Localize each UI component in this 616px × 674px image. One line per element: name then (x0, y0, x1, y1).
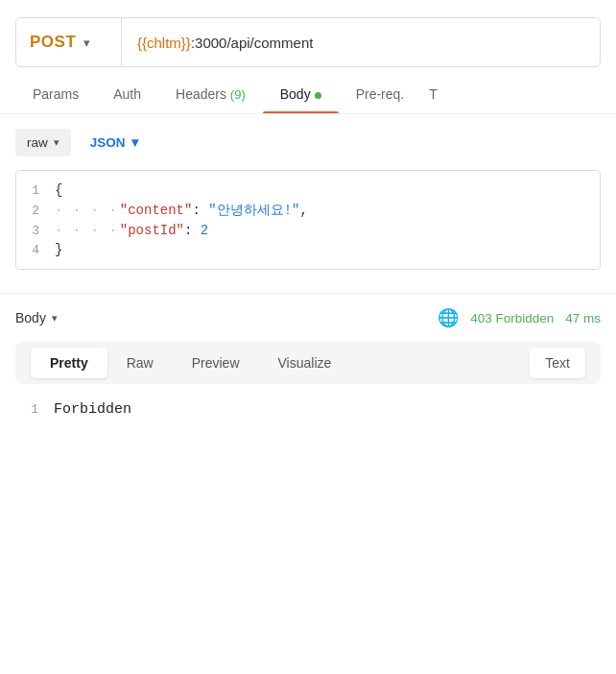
tab-pre-req[interactable]: Pre-req. (339, 73, 422, 113)
raw-chevron-icon: ▾ (54, 136, 59, 149)
body-controls: raw ▾ JSON ▾ (0, 114, 616, 170)
body-dot-icon (315, 92, 321, 99)
method-chevron-icon: ▾ (83, 36, 90, 50)
resp-tab-pretty[interactable]: Pretty (31, 348, 107, 378)
url-bar: POST ▾ {{chltm}}:3000/api/comment (15, 17, 601, 67)
line-content-3: · · · ·"postId": 2 (55, 223, 600, 238)
response-tabs: Pretty Raw Preview Visualize Text (15, 342, 601, 384)
tab-tests[interactable]: T (421, 73, 445, 113)
status-badge: 403 Forbidden (470, 311, 554, 325)
tab-auth[interactable]: Auth (96, 73, 158, 113)
indent-dots-2: · · · · (55, 203, 118, 218)
key-postid: "postId" (120, 223, 184, 238)
code-editor[interactable]: 1 { 2 · · · ·"content": "안녕하세요!", 3 · · … (15, 170, 601, 270)
line-num-3: 3 (16, 224, 55, 238)
tab-params[interactable]: Params (15, 73, 96, 113)
json-label: JSON (90, 135, 126, 150)
response-bar: Body ▾ 🌐 403 Forbidden 47 ms (0, 293, 616, 342)
resp-line-1: 1 Forbidden (15, 399, 601, 420)
resp-tab-preview[interactable]: Preview (173, 348, 259, 378)
num-val-postid: 2 (201, 223, 208, 238)
line-num-2: 2 (16, 204, 55, 218)
resp-tab-raw[interactable]: Raw (107, 348, 173, 378)
response-body-label: Body (15, 310, 46, 325)
code-line-3: 3 · · · ·"postId": 2 (16, 221, 600, 240)
response-chevron-icon: ▾ (52, 312, 58, 325)
str-val-content: "안녕하세요!" (208, 203, 299, 218)
raw-label: raw (27, 135, 48, 150)
line-num-4: 4 (16, 243, 55, 257)
code-line-1: 1 { (16, 181, 600, 200)
key-content: "content" (120, 203, 193, 218)
resp-line-num-1: 1 (15, 402, 54, 417)
tab-headers[interactable]: Headers (9) (158, 73, 263, 113)
forbidden-text: Forbidden (54, 401, 131, 418)
method-dropdown[interactable]: POST ▾ (16, 18, 122, 66)
url-rest-part: :3000/api/comment (191, 35, 314, 51)
response-meta: 🌐 403 Forbidden 47 ms (438, 307, 601, 328)
code-line-4: 4 } (16, 240, 600, 259)
url-input[interactable]: {{chltm}}:3000/api/comment (122, 35, 600, 51)
resp-tab-visualize[interactable]: Visualize (259, 348, 351, 378)
code-line-2: 2 · · · ·"content": "안녕하세요!", (16, 200, 600, 221)
line-content-4: } (55, 242, 600, 257)
url-template-part: {{chltm}} (137, 35, 191, 51)
response-body-button[interactable]: Body ▾ (15, 310, 58, 325)
line-content-2: · · · ·"content": "안녕하세요!", (55, 202, 600, 219)
request-tabs: Params Auth Headers (9) Body Pre-req. T (0, 73, 616, 114)
resp-tab-text[interactable]: Text (530, 348, 585, 378)
tab-body[interactable]: Body (263, 73, 339, 113)
method-label: POST (30, 33, 76, 52)
response-time: 47 ms (565, 311, 601, 325)
indent-dots-3: · · · · (55, 223, 118, 238)
globe-icon: 🌐 (438, 307, 459, 328)
json-chevron-icon: ▾ (131, 134, 138, 150)
headers-badge: (9) (230, 87, 246, 102)
json-dropdown[interactable]: JSON ▾ (81, 128, 148, 156)
line-content-1: { (55, 182, 600, 198)
response-content: 1 Forbidden (0, 384, 616, 420)
line-num-1: 1 (16, 183, 55, 198)
raw-dropdown[interactable]: raw ▾ (15, 129, 71, 156)
